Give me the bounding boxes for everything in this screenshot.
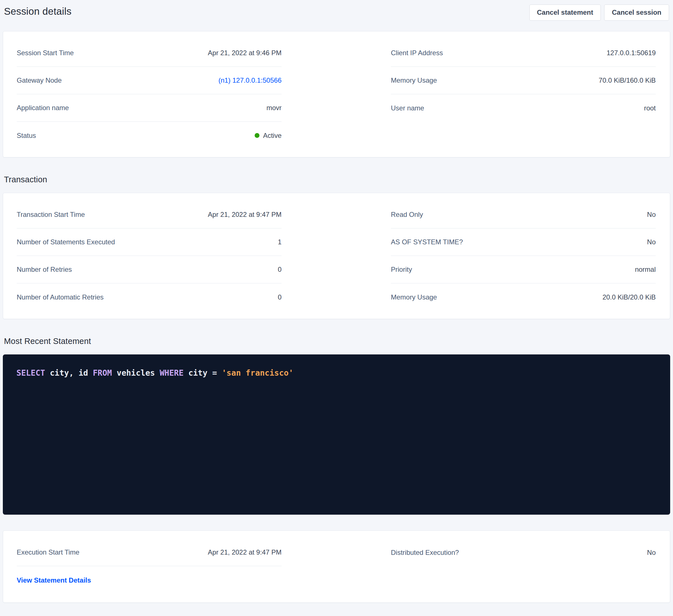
cancel-statement-button[interactable]: Cancel statement xyxy=(529,5,601,21)
distributed-execution-row: Distributed Execution? No xyxy=(391,539,656,566)
sql-token-keyword: WHERE xyxy=(160,368,184,378)
row-value: 20.0 KiB/20.0 KiB xyxy=(603,293,656,301)
transaction-card-body: Transaction Start Time Apr 21, 2022 at 9… xyxy=(3,193,670,319)
row-label: Number of Automatic Retries xyxy=(17,293,104,301)
user-name-row: User name root xyxy=(391,94,656,122)
as-of-system-time-row: AS OF SYSTEM TIME? No xyxy=(391,229,656,256)
transaction-right-column: Read Only No AS OF SYSTEM TIME? No Prior… xyxy=(391,201,656,311)
transaction-heading: Transaction xyxy=(4,175,673,184)
page-title: Session details xyxy=(4,6,71,17)
session-details-card: Session Start Time Apr 21, 2022 at 9:46 … xyxy=(3,31,670,158)
transaction-memory-usage-row: Memory Usage 20.0 KiB/20.0 KiB xyxy=(391,283,656,311)
sql-token-plain: city = xyxy=(184,368,222,378)
row-label: Priority xyxy=(391,266,412,274)
sql-token-keyword: FROM xyxy=(93,368,112,378)
transaction-left-column: Transaction Start Time Apr 21, 2022 at 9… xyxy=(17,201,281,311)
header-buttons: Cancel statement Cancel session xyxy=(529,5,669,21)
number-of-retries-row: Number of Retries 0 xyxy=(17,256,281,283)
memory-usage-row: Memory Usage 70.0 KiB/160.0 KiB xyxy=(391,67,656,94)
session-card-left-column: Session Start Time Apr 21, 2022 at 9:46 … xyxy=(17,39,281,149)
sql-code-block: SELECT city, id FROM vehicles WHERE city… xyxy=(3,354,670,515)
row-label: User name xyxy=(391,104,424,112)
row-value: 0 xyxy=(278,293,281,301)
sql-token-string: 'san francisco' xyxy=(222,368,293,378)
row-label: Client IP Address xyxy=(391,49,443,57)
row-value: Apr 21, 2022 at 9:46 PM xyxy=(208,49,281,57)
priority-row: Priority normal xyxy=(391,256,656,283)
client-ip-row: Client IP Address 127.0.0.1:50619 xyxy=(391,39,656,67)
application-name-row: Application name movr xyxy=(17,94,281,122)
row-label: Gateway Node xyxy=(17,76,62,84)
row-value: 70.0 KiB/160.0 KiB xyxy=(599,76,656,84)
row-value: Apr 21, 2022 at 9:47 PM xyxy=(208,211,281,219)
status-row: Status Active xyxy=(17,122,281,149)
status-badge: Active xyxy=(263,131,281,139)
page-header: Session details Cancel statement Cancel … xyxy=(0,0,673,31)
row-label: Number of Retries xyxy=(17,266,72,274)
row-label: Execution Start Time xyxy=(17,548,79,556)
most-recent-statement-heading: Most Recent Statement xyxy=(4,337,673,346)
row-label: Status xyxy=(17,131,36,139)
row-label: Application name xyxy=(17,104,69,112)
row-value: No xyxy=(647,549,656,557)
read-only-row: Read Only No xyxy=(391,201,656,229)
execution-start-time-row: Execution Start Time Apr 21, 2022 at 9:4… xyxy=(17,539,281,566)
execution-left-column: Execution Start Time Apr 21, 2022 at 9:4… xyxy=(17,539,281,595)
row-value: 127.0.0.1:50619 xyxy=(607,49,656,57)
transaction-card: Transaction Start Time Apr 21, 2022 at 9… xyxy=(3,193,670,319)
row-value: No xyxy=(647,238,656,246)
sql-token-plain: vehicles xyxy=(112,368,160,378)
row-label: AS OF SYSTEM TIME? xyxy=(391,238,463,246)
row-value: 1 xyxy=(278,238,281,246)
automatic-retries-row: Number of Automatic Retries 0 xyxy=(17,283,281,311)
session-start-time-row: Session Start Time Apr 21, 2022 at 9:46 … xyxy=(17,39,281,67)
statements-executed-row: Number of Statements Executed 1 xyxy=(17,229,281,256)
gateway-node-row: Gateway Node (n1) 127.0.0.1:50566 xyxy=(17,67,281,94)
row-label: Memory Usage xyxy=(391,76,437,84)
row-label: Read Only xyxy=(391,211,423,219)
row-value: 0 xyxy=(278,266,281,274)
cancel-session-button[interactable]: Cancel session xyxy=(604,5,669,21)
row-value: root xyxy=(644,104,656,112)
transaction-start-time-row: Transaction Start Time Apr 21, 2022 at 9… xyxy=(17,201,281,229)
row-value: Apr 21, 2022 at 9:47 PM xyxy=(208,548,281,556)
view-statement-details-row: View Statement Details xyxy=(17,566,281,595)
session-card-body: Session Start Time Apr 21, 2022 at 9:46 … xyxy=(3,31,670,157)
row-label: Session Start Time xyxy=(17,49,74,57)
session-card-right-column: Client IP Address 127.0.0.1:50619 Memory… xyxy=(391,39,656,149)
execution-card: Execution Start Time Apr 21, 2022 at 9:4… xyxy=(3,531,670,603)
row-label: Number of Statements Executed xyxy=(17,238,115,246)
sql-token-plain: city, id xyxy=(45,368,93,378)
row-value: No xyxy=(647,211,656,219)
gateway-node-link[interactable]: (n1) 127.0.0.1:50566 xyxy=(218,76,281,84)
row-label: Distributed Execution? xyxy=(391,549,459,557)
row-value: normal xyxy=(635,266,656,274)
row-label: Transaction Start Time xyxy=(17,211,85,219)
status-cell: Active xyxy=(255,131,281,139)
view-statement-details-link[interactable]: View Statement Details xyxy=(17,576,91,584)
status-active-dot-icon xyxy=(255,133,259,138)
row-value: movr xyxy=(266,104,281,112)
sql-token-keyword: SELECT xyxy=(16,368,45,378)
execution-card-body: Execution Start Time Apr 21, 2022 at 9:4… xyxy=(3,531,670,602)
execution-right-column: Distributed Execution? No xyxy=(391,539,656,595)
row-label: Memory Usage xyxy=(391,293,437,301)
